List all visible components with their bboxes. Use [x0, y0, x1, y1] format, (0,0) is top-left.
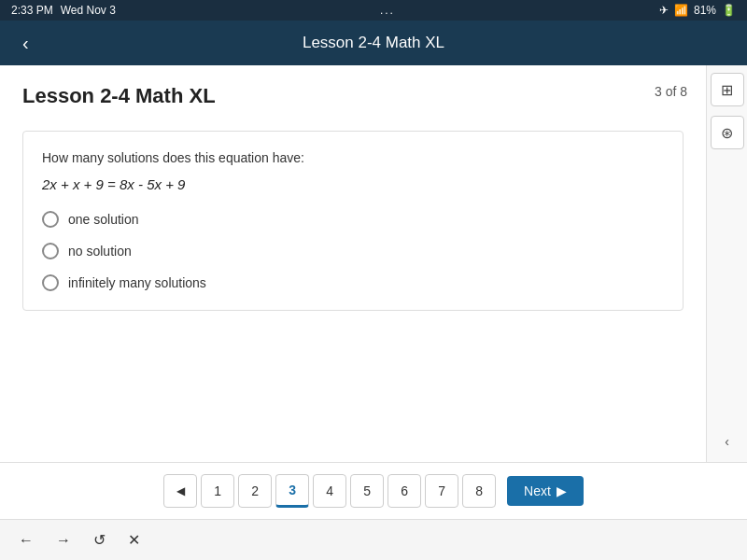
prev-arrow-icon: ◀ — [176, 484, 185, 497]
radio-infinitely-many[interactable] — [42, 274, 59, 291]
sidebar-collapse-button[interactable]: ‹ — [714, 428, 740, 455]
browser-back-button[interactable]: ← — [15, 528, 37, 553]
accessibility-icon-button[interactable]: ⊛ — [711, 116, 744, 149]
pagination-prev-button[interactable]: ◀ — [163, 474, 197, 508]
app-header: ‹ Lesson 2-4 Math XL — [0, 21, 747, 65]
status-left: 2:33 PM Wed Nov 3 — [11, 4, 116, 17]
option-one-solution-label: one solution — [68, 212, 139, 227]
collapse-chevron-icon: ‹ — [725, 434, 729, 449]
page-button-8[interactable]: 8 — [462, 474, 496, 508]
wifi-icon: 📶 — [674, 4, 688, 17]
radio-one-solution[interactable] — [42, 211, 59, 228]
radio-no-solution[interactable] — [42, 243, 59, 259]
sidebar-icons: ⊞ ⊛ ‹ — [706, 65, 747, 462]
battery-icon: 🔋 — [722, 4, 736, 17]
refresh-icon: ↺ — [93, 532, 106, 548]
options-list: one solution no solution infinitely many… — [42, 211, 664, 291]
content-area: Lesson 2-4 Math XL 3 of 8 How many solut… — [0, 65, 706, 462]
status-day: Wed Nov 3 — [61, 4, 116, 17]
page-button-7[interactable]: 7 — [425, 474, 458, 508]
option-one-solution[interactable]: one solution — [42, 211, 664, 228]
status-time: 2:33 PM — [11, 4, 53, 17]
browser-back-icon: ← — [19, 532, 34, 548]
table-icon-button[interactable]: ⊞ — [711, 73, 744, 106]
page-button-5[interactable]: 5 — [350, 474, 384, 508]
next-label: Next — [524, 483, 551, 498]
header-title: Lesson 2-4 Math XL — [303, 34, 444, 52]
refresh-button[interactable]: ↺ — [90, 527, 109, 553]
option-infinitely-many-label: infinitely many solutions — [68, 275, 206, 290]
lesson-title: Lesson 2-4 Math XL — [22, 84, 684, 108]
close-button[interactable]: ✕ — [124, 527, 144, 553]
question-section: How many solutions does this equation ha… — [22, 131, 684, 311]
status-right: ✈ 📶 81% 🔋 — [659, 4, 736, 17]
equation: 2x + x + 9 = 8x - 5x + 9 — [42, 176, 664, 192]
next-button[interactable]: Next ▶ — [507, 476, 584, 506]
signal-icon: ✈ — [659, 4, 669, 17]
main-content: Lesson 2-4 Math XL 3 of 8 How many solut… — [0, 65, 747, 462]
status-dots: ... — [380, 4, 395, 17]
battery-indicator: 81% — [694, 4, 716, 17]
back-button[interactable]: ‹ — [15, 29, 36, 58]
option-infinitely-many[interactable]: infinitely many solutions — [42, 274, 664, 291]
option-no-solution-label: no solution — [68, 244, 132, 259]
accessibility-icon: ⊛ — [721, 124, 733, 142]
status-bar: 2:33 PM Wed Nov 3 ... ✈ 📶 81% 🔋 — [0, 0, 747, 21]
browser-forward-button[interactable]: → — [52, 528, 75, 553]
back-arrow-icon: ‹ — [22, 33, 29, 53]
page-button-2[interactable]: 2 — [238, 474, 272, 508]
page-button-4[interactable]: 4 — [313, 474, 346, 508]
close-icon: ✕ — [128, 532, 140, 548]
page-button-6[interactable]: 6 — [388, 474, 421, 508]
question-label: How many solutions does this equation ha… — [42, 150, 664, 165]
page-button-1[interactable]: 1 — [201, 474, 234, 508]
page-indicator: 3 of 8 — [655, 84, 687, 99]
pagination-bar: ◀ 1 2 3 4 5 6 7 8 Next ▶ — [0, 462, 747, 519]
page-button-3[interactable]: 3 — [275, 474, 309, 508]
browser-forward-icon: → — [56, 532, 71, 548]
next-arrow-icon: ▶ — [557, 483, 567, 498]
option-no-solution[interactable]: no solution — [42, 243, 664, 259]
bottom-toolbar: ← → ↺ ✕ — [0, 519, 747, 560]
table-icon: ⊞ — [721, 81, 733, 99]
